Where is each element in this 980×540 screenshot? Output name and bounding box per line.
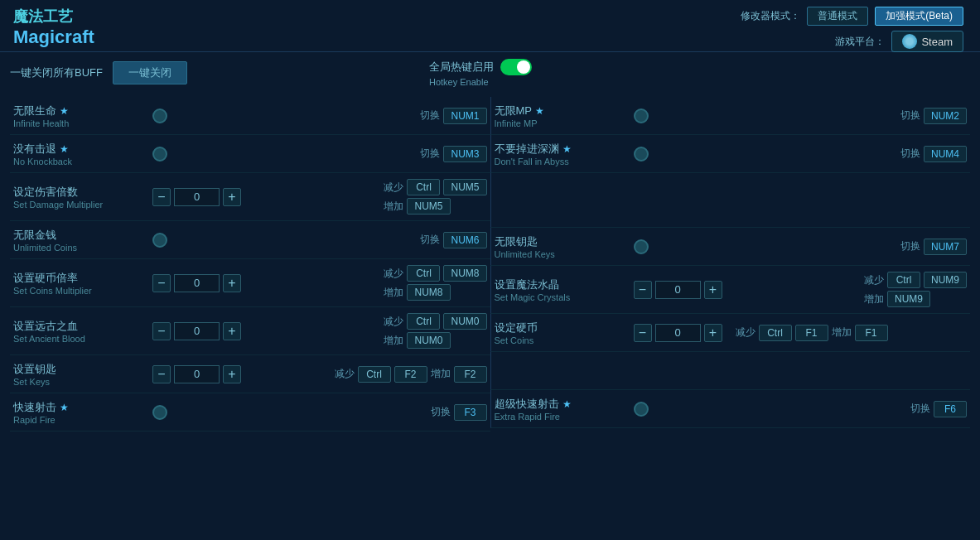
no-knockback-toggle[interactable] xyxy=(152,147,167,162)
coins-mult-en: Set Coins Multiplier xyxy=(13,286,146,296)
switch-label-df: 切换 xyxy=(900,147,920,161)
ancient-blood-num0-dec[interactable]: NUM0 xyxy=(443,313,486,330)
ancient-blood-plus[interactable]: + xyxy=(223,322,241,340)
extra-rapid-fire-toggle[interactable] xyxy=(634,402,649,417)
damage-mult-plus[interactable]: + xyxy=(223,188,241,206)
infinite-health-hotkeys: 切换 NUM1 xyxy=(420,108,486,124)
magic-crystals-ctrl[interactable]: Ctrl xyxy=(887,272,920,288)
set-coins-input[interactable] xyxy=(655,324,701,342)
feature-infinite-health: 无限生命 ★ Infinite Health 切换 NUM1 xyxy=(10,97,490,135)
set-coins-minus[interactable]: − xyxy=(634,324,652,342)
platform-label: 游戏平台： xyxy=(835,35,885,49)
magic-crystals-num9-dec[interactable]: NUM9 xyxy=(924,272,967,288)
damage-mult-num5-dec[interactable]: NUM5 xyxy=(443,179,486,195)
dont-fall-toggle[interactable] xyxy=(634,147,649,162)
ancient-blood-cn: 设置远古之血 xyxy=(13,319,146,334)
dont-fall-star: ★ xyxy=(562,143,572,155)
extra-rapid-fire-key[interactable]: F6 xyxy=(934,401,967,417)
infinite-health-cn: 无限生命 xyxy=(13,104,56,118)
ancient-blood-hotkeys: 减少 Ctrl NUM0 增加 NUM0 xyxy=(384,313,486,349)
feature-empty-6 xyxy=(490,352,971,390)
unlimited-keys-key[interactable]: NUM7 xyxy=(924,239,967,255)
feature-no-knockback: 没有击退 ★ No Knockback 切换 NUM3 xyxy=(10,135,490,173)
unlimited-coins-hotkeys: 切换 NUM6 xyxy=(420,232,486,248)
ancient-blood-en: Set Ancient Blood xyxy=(13,334,146,344)
magic-crystals-minus[interactable]: − xyxy=(634,281,652,299)
damage-mult-ctrl[interactable]: Ctrl xyxy=(407,179,440,195)
feature-set-coins: 设定硬币 Set Coins − + 减少 Ctrl F1 增加 F1 xyxy=(490,314,971,352)
unlimited-coins-toggle[interactable] xyxy=(152,233,167,248)
unlimited-coins-key[interactable]: NUM6 xyxy=(443,232,486,248)
coins-mult-input[interactable] xyxy=(174,274,220,292)
feature-dont-fall: 不要掉进深渊 ★ Don't Fall in Abyss 切换 NUM4 xyxy=(490,135,971,173)
hotkey-enable-cn: 全局热键启用 xyxy=(429,60,494,75)
unlimited-keys-cn: 无限钥匙 xyxy=(495,234,627,249)
infinite-health-en: Infinite Health xyxy=(13,118,146,128)
ancient-blood-minus[interactable]: − xyxy=(152,322,171,340)
damage-mult-en: Set Damage Multiplier xyxy=(13,200,146,210)
steam-icon xyxy=(902,34,917,49)
set-keys-en: Set Keys xyxy=(13,377,146,387)
ancient-blood-input[interactable] xyxy=(174,322,220,340)
unlimited-keys-toggle[interactable] xyxy=(634,239,649,254)
set-coins-cn: 设定硬币 xyxy=(495,321,627,335)
ancient-blood-ctrl[interactable]: Ctrl xyxy=(407,313,440,330)
coins-mult-num8-dec[interactable]: NUM8 xyxy=(443,265,486,282)
infinite-mp-key[interactable]: NUM2 xyxy=(924,108,967,124)
one-key-label: 一键关闭所有BUFF xyxy=(10,65,103,80)
decrease-label-dm: 减少 xyxy=(384,181,403,195)
coins-mult-num8-inc[interactable]: NUM8 xyxy=(407,284,450,301)
rapid-fire-toggle[interactable] xyxy=(152,405,167,420)
set-coins-ctrl[interactable]: Ctrl xyxy=(759,325,792,341)
rapid-fire-key[interactable]: F3 xyxy=(454,404,487,421)
magic-crystals-control: − + xyxy=(634,281,722,299)
set-keys-input[interactable] xyxy=(174,365,220,383)
damage-mult-minus[interactable]: − xyxy=(152,188,171,206)
set-keys-f2-inc[interactable]: F2 xyxy=(454,366,487,383)
magic-crystals-num9-inc[interactable]: NUM9 xyxy=(887,291,930,307)
set-coins-f1-dec[interactable]: F1 xyxy=(795,325,828,341)
dont-fall-key[interactable]: NUM4 xyxy=(924,146,967,162)
hotkey-enable-en: Hotkey Enable xyxy=(429,77,532,87)
set-coins-f1-inc[interactable]: F1 xyxy=(855,325,888,341)
coins-mult-plus[interactable]: + xyxy=(223,274,241,292)
set-keys-plus[interactable]: + xyxy=(223,365,241,383)
one-key-row: 一键关闭所有BUFF 一键关闭 全局热键启用 Hotkey Enable xyxy=(10,59,970,87)
unlimited-coins-cn: 无限金钱 xyxy=(13,228,146,243)
set-keys-f2-dec[interactable]: F2 xyxy=(394,366,427,383)
feature-set-keys: 设置钥匙 Set Keys − + 减少 Ctrl F2 增加 F2 xyxy=(10,355,490,393)
infinite-mp-toggle[interactable] xyxy=(634,108,649,123)
coins-mult-ctrl[interactable]: Ctrl xyxy=(407,265,440,282)
damage-mult-input[interactable] xyxy=(174,188,220,206)
set-keys-ctrl[interactable]: Ctrl xyxy=(358,366,391,383)
mode-normal-button[interactable]: 普通模式 xyxy=(807,7,868,26)
mode-beta-button[interactable]: 加强模式(Beta) xyxy=(875,7,963,26)
set-coins-plus[interactable]: + xyxy=(704,324,722,342)
coins-mult-control: − + xyxy=(152,274,241,292)
feature-infinite-mp: 无限MP ★ Infinite MP 切换 NUM2 xyxy=(490,97,971,135)
platform-steam-button[interactable]: Steam xyxy=(891,31,963,52)
hotkey-enable-toggle[interactable] xyxy=(500,59,532,75)
set-keys-cn: 设置钥匙 xyxy=(13,362,146,377)
unlimited-coins-en: Unlimited Coins xyxy=(13,243,146,253)
set-keys-minus[interactable]: − xyxy=(152,365,171,383)
magic-crystals-plus[interactable]: + xyxy=(704,281,722,299)
damage-mult-num5-inc[interactable]: NUM5 xyxy=(407,198,450,215)
infinite-health-toggle[interactable] xyxy=(152,108,167,123)
switch-label-2: 切换 xyxy=(420,147,440,161)
no-knockback-key[interactable]: NUM3 xyxy=(443,146,486,162)
rapid-fire-star: ★ xyxy=(60,402,69,413)
rapid-fire-hotkeys: 切换 F3 xyxy=(431,404,487,421)
decrease-label-sk: 减少 xyxy=(335,367,355,381)
one-key-button[interactable]: 一键关闭 xyxy=(113,61,187,84)
switch-label-mp: 切换 xyxy=(900,108,920,123)
decrease-label-mc: 减少 xyxy=(864,273,884,287)
ancient-blood-num0-inc[interactable]: NUM0 xyxy=(407,332,450,349)
magic-crystals-input[interactable] xyxy=(655,281,701,299)
coins-mult-minus[interactable]: − xyxy=(152,274,171,292)
infinite-health-key[interactable]: NUM1 xyxy=(443,108,486,124)
hotkey-enable-row: 全局热键启用 xyxy=(429,59,532,75)
set-coins-en: Set Coins xyxy=(495,335,627,345)
features-grid: 无限生命 ★ Infinite Health 切换 NUM1 没有击退 ★ xyxy=(10,97,970,432)
damage-mult-control: − + xyxy=(152,188,241,206)
